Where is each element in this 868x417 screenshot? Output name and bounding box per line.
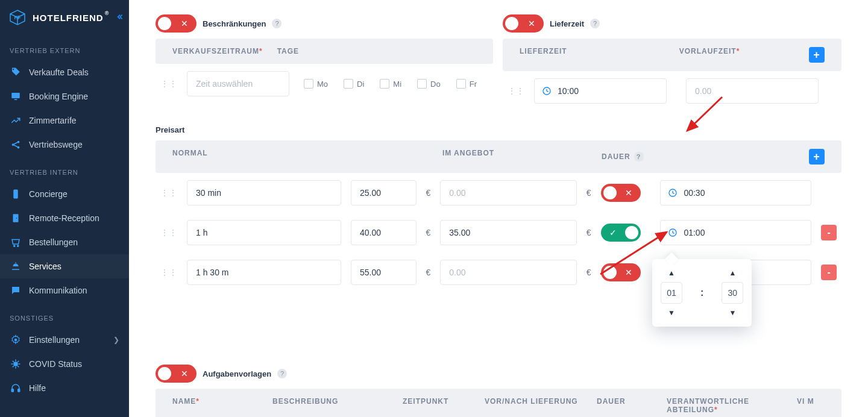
sidebar: HF HOTELFRIEND® VERTRIEB EXTERN Verkauft… [0,0,129,417]
brand-logo-icon: HF [8,8,27,27]
help-icon[interactable]: ? [277,369,287,378]
duration-input[interactable] [660,220,811,245]
virus-icon [10,358,22,370]
day-checkbox[interactable]: Fr [456,79,477,89]
sidebar-item-remote[interactable]: Remote-Reception [0,206,129,230]
sidebar-item-label: Services [29,262,61,271]
day-checkbox[interactable]: Do [417,79,441,89]
duration-input[interactable] [660,180,811,205]
add-price-row-button[interactable]: + [809,149,825,165]
restrictions-title: Beschränkungen [203,19,266,28]
day-label: Mi [393,80,401,89]
restrictions-header: VERKAUFSZEITRAUM* TAGE [156,39,493,64]
brand-name: HOTELFRIEND® [33,13,109,23]
svg-point-12 [14,339,17,342]
currency-label: € [587,268,591,277]
sidebar-item-settings[interactable]: Einstellungen ❯ [0,328,129,352]
price-name-input[interactable] [187,220,341,245]
gear-icon [10,334,22,346]
svg-line-20 [13,366,14,367]
price-normal-input[interactable] [351,220,417,245]
svg-rect-23 [18,389,20,392]
col-dept: VERANTWORTLICHE ABTEILUNG [667,397,749,414]
chat-icon [10,284,22,296]
day-checkbox[interactable]: Di [344,79,364,89]
sidebar-item-orders[interactable]: Bestellungen [0,230,129,254]
tasks-toggle[interactable]: ✕ [156,365,197,383]
remove-row-button[interactable]: - [821,225,837,240]
drag-handle-icon[interactable]: ⋮⋮ [160,228,177,237]
col-duration: DAUER [602,152,631,161]
toggle-icon: ✕ [625,268,632,277]
sidebar-item-channels[interactable]: Vertriebswege [0,133,129,157]
help-icon[interactable]: ? [634,152,644,161]
svg-line-19 [17,366,19,367]
price-normal-input[interactable] [351,180,417,205]
hour-value[interactable]: 01 [661,282,682,304]
drag-handle-icon[interactable]: ⋮⋮ [160,268,177,277]
sidebar-item-services[interactable]: Services [0,254,129,278]
sidebar-item-label: Zimmertarife [29,116,77,125]
day-checkbox[interactable]: Mo [304,79,328,89]
sidebar-item-communication[interactable]: Kommunikation [0,278,129,303]
minute-up-button[interactable]: ▲ [729,269,736,277]
svg-point-11 [17,245,19,246]
close-icon: ✕ [528,19,535,28]
minute-down-button[interactable]: ▼ [729,309,736,317]
hour-down-button[interactable]: ▼ [668,309,675,317]
currency-label: € [426,268,431,277]
tasks-block: ✕ Aufgabenvorlagen ? NAME* BESCHREIBUNG … [156,365,841,417]
offer-toggle[interactable]: ✓ [601,224,641,242]
drag-handle-icon[interactable]: ⋮⋮ [160,79,177,89]
pricetype-header: NORMAL IM ANGEBOT DAUER ? + [156,140,841,173]
price-offer-input[interactable] [440,260,576,285]
svg-rect-22 [11,389,13,392]
help-icon[interactable]: ? [272,19,281,28]
col-time: ZEITPUNKT [403,397,475,414]
duration-time-picker: ▲ 01 ▼ : ▲ 30 ▼ [652,259,752,327]
col-period: VERKAUFSZEITRAUM [172,47,259,55]
price-row: ⋮⋮€€✕ [156,173,841,213]
offer-toggle[interactable]: ✕ [601,263,641,281]
sidebar-item-concierge[interactable]: Concierge [0,182,129,206]
headset-icon [10,382,22,394]
sidebar-item-label: Booking Engine [29,92,88,101]
day-label: Do [430,80,441,89]
delivery-header: LIEFERZEIT VORLAUFZEIT* + [503,39,841,71]
offer-toggle[interactable]: ✕ [601,184,641,202]
drag-handle-icon[interactable]: ⋮⋮ [508,86,524,96]
hour-up-button[interactable]: ▲ [668,269,675,277]
leadtime-input[interactable] [686,78,819,104]
restrictions-toggle[interactable]: ✕ [156,14,197,33]
price-normal-input[interactable] [351,260,417,285]
day-checkbox[interactable]: Mi [380,79,401,89]
price-offer-input[interactable] [440,180,576,205]
drag-handle-icon[interactable]: ⋮⋮ [160,188,177,198]
sidebar-item-covid[interactable]: COVID Status [0,352,129,376]
remove-row-button[interactable]: - [821,265,837,280]
sidebar-item-label: Kommunikation [29,286,87,295]
sidebar-collapse-button[interactable] [115,13,124,23]
price-name-input[interactable] [187,260,341,285]
period-input[interactable] [187,71,289,96]
cart-icon [10,236,22,248]
price-name-input[interactable] [187,180,341,205]
delivery-time-input[interactable] [534,78,667,104]
sidebar-section-intern: VERTRIEB INTERN [0,157,129,182]
minute-value[interactable]: 30 [722,282,743,304]
col-name: NAME [172,397,196,406]
chevron-right-icon: ❯ [113,336,119,344]
svg-rect-2 [11,93,20,98]
sidebar-item-booking[interactable]: Booking Engine [0,84,129,108]
price-offer-input[interactable] [440,220,576,245]
sidebar-item-deals[interactable]: Verkaufte Deals [0,60,129,84]
col-days: TAGE [277,47,299,55]
sidebar-item-rates[interactable]: Zimmertarife [0,108,129,133]
clock-icon [542,86,552,96]
sidebar-item-help[interactable]: Hilfe [0,376,129,400]
col-normal: NORMAL [172,149,335,165]
pricetype-title: Preisart [156,125,841,134]
delivery-toggle[interactable]: ✕ [503,14,544,33]
help-icon[interactable]: ? [590,19,600,28]
add-delivery-button[interactable]: + [809,47,825,63]
